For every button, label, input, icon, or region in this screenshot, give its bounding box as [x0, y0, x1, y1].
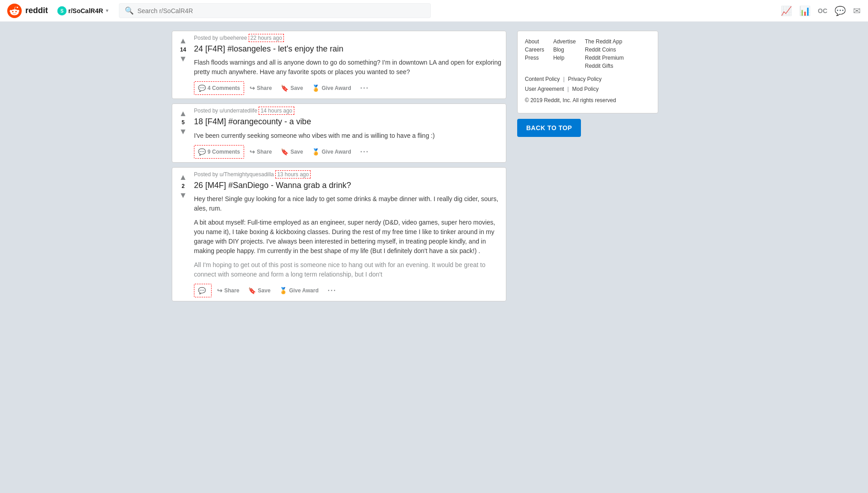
- post-actions: 💬 9 Comments ↪ Share 🔖 Save 🏅 Give Award…: [194, 145, 502, 159]
- post-body: Posted by u/beeheree 22 hours ago 24 [F4…: [194, 35, 502, 95]
- post-time: 13 hours ago: [275, 170, 311, 178]
- downvote-button[interactable]: ▼: [179, 127, 187, 136]
- post-time: 14 hours ago: [259, 107, 294, 115]
- subreddit-selector[interactable]: S r/SoCalR4R ▼: [53, 4, 113, 18]
- content-policy-link[interactable]: Content Policy: [525, 76, 560, 82]
- vote-column: ▲ 2 ▼: [176, 171, 190, 297]
- chevron-down-icon: ▼: [105, 8, 109, 13]
- post-title: 26 [M4F] #SanDiego - Wanna grab a drink?: [194, 180, 502, 191]
- sidebar-col-2: AdvertiseBlogHelp: [553, 38, 576, 69]
- reddit-logo-icon: [7, 4, 22, 18]
- sidebar-link[interactable]: Careers: [525, 47, 544, 53]
- award-icon: 🏅: [279, 287, 287, 294]
- award-label: Give Award: [321, 149, 351, 155]
- more-options-button[interactable]: ···: [324, 284, 340, 297]
- share-button[interactable]: ↪ Share: [246, 82, 275, 94]
- share-button[interactable]: ↪ Share: [246, 146, 275, 158]
- sidebar-link[interactable]: Help: [553, 55, 576, 61]
- share-label: Share: [224, 287, 239, 294]
- sidebar-policy-links: Content Policy | Privacy Policy User Agr…: [525, 75, 651, 94]
- post-text: All I'm hoping to get out of this post i…: [194, 260, 502, 279]
- downvote-button[interactable]: ▼: [179, 191, 187, 199]
- share-icon: ↪: [250, 85, 255, 92]
- post-body: Posted by u/Themightyquesadilla 13 hours…: [194, 171, 502, 297]
- save-label: Save: [258, 287, 270, 294]
- share-icon: ↪: [217, 287, 222, 294]
- post-author[interactable]: u/underratedlife: [220, 108, 257, 114]
- give-award-button[interactable]: 🏅 Give Award: [308, 82, 354, 94]
- sidebar-link[interactable]: Blog: [553, 47, 576, 53]
- pipe-separator: |: [563, 76, 566, 82]
- chart-icon[interactable]: 📊: [799, 5, 811, 16]
- vote-column: ▲ 14 ▼: [176, 35, 190, 95]
- post-actions: 💬 4 Comments ↪ Share 🔖 Save 🏅 Give Award…: [194, 81, 502, 95]
- chat-icon[interactable]: 💬: [835, 5, 846, 16]
- search-bar[interactable]: 🔍: [119, 3, 431, 18]
- upvote-button[interactable]: ▲: [179, 37, 187, 45]
- post-author[interactable]: u/Themightyquesadilla: [220, 171, 274, 178]
- logo-area[interactable]: reddit: [7, 4, 48, 18]
- award-label: Give Award: [289, 287, 318, 294]
- more-options-button[interactable]: ···: [357, 145, 373, 159]
- vote-count: 14: [180, 47, 186, 53]
- dots-icon: ···: [360, 148, 369, 156]
- pipe-separator: |: [567, 86, 570, 92]
- share-button[interactable]: ↪ Share: [213, 284, 243, 297]
- award-icon: 🏅: [312, 148, 320, 155]
- main-content: ▲ 14 ▼ Posted by u/beeheree 22 hours ago…: [172, 31, 506, 301]
- sidebar-policy-section: Content Policy | Privacy Policy User Agr…: [525, 75, 651, 106]
- sidebar-links: AboutCareersPressAdvertiseBlogHelpThe Re…: [525, 38, 651, 69]
- upvote-button[interactable]: ▲: [179, 109, 187, 117]
- post-author[interactable]: u/beeheree: [220, 35, 247, 41]
- save-button[interactable]: 🔖 Save: [277, 82, 307, 94]
- post-actions: 💬 ↪ Share 🔖 Save 🏅 Give Award ···: [194, 284, 502, 297]
- award-label: Give Award: [321, 85, 351, 91]
- mail-icon[interactable]: ✉: [853, 5, 861, 16]
- save-button[interactable]: 🔖 Save: [277, 146, 307, 158]
- reddit-wordmark: reddit: [25, 6, 48, 15]
- vote-column: ▲ 5 ▼: [176, 108, 190, 158]
- privacy-policy-link[interactable]: Privacy Policy: [568, 76, 602, 82]
- share-label: Share: [257, 85, 272, 91]
- oc-icon[interactable]: OC: [818, 7, 827, 14]
- back-to-top-button[interactable]: BACK TO TOP: [517, 119, 581, 137]
- downvote-button[interactable]: ▼: [179, 55, 187, 63]
- post-title: 18 [F4M] #orangecounty - a vibe: [194, 117, 502, 127]
- user-agreement-link[interactable]: User Agreement: [525, 86, 564, 92]
- comments-button[interactable]: 💬 9 Comments: [194, 145, 244, 159]
- post-text: Flash floods warnings and all is anyone …: [194, 58, 502, 77]
- sidebar-card: AboutCareersPressAdvertiseBlogHelpThe Re…: [517, 31, 658, 113]
- sidebar-link[interactable]: About: [525, 38, 544, 45]
- sidebar-link[interactable]: Advertise: [553, 38, 576, 45]
- vote-count: 5: [182, 119, 185, 126]
- upvote-button[interactable]: ▲: [179, 173, 187, 181]
- sidebar-link[interactable]: The Reddit App: [585, 38, 624, 45]
- sidebar-link[interactable]: Press: [525, 55, 544, 61]
- post-card[interactable]: ▲ 2 ▼ Posted by u/Themightyquesadilla 13…: [172, 167, 506, 301]
- comments-button[interactable]: 💬 4 Comments: [194, 81, 244, 95]
- post-card[interactable]: ▲ 5 ▼ Posted by u/underratedlife 14 hour…: [172, 103, 506, 162]
- subreddit-icon: S: [57, 6, 66, 15]
- share-label: Share: [257, 149, 272, 155]
- give-award-button[interactable]: 🏅 Give Award: [276, 284, 322, 297]
- subreddit-name: r/SoCalR4R: [68, 7, 103, 14]
- sidebar-link[interactable]: Reddit Coins: [585, 47, 624, 53]
- post-meta: Posted by u/beeheree 22 hours ago: [194, 35, 502, 41]
- comments-button[interactable]: 💬: [194, 284, 212, 297]
- post-meta: Posted by u/Themightyquesadilla 13 hours…: [194, 171, 502, 178]
- trending-icon[interactable]: 📈: [781, 5, 792, 16]
- award-icon: 🏅: [312, 85, 320, 92]
- mod-policy-link[interactable]: Mod Policy: [572, 86, 599, 92]
- post-text: I've been currently seeking someone who …: [194, 131, 502, 141]
- give-award-button[interactable]: 🏅 Give Award: [308, 146, 354, 158]
- post-body: Posted by u/underratedlife 14 hours ago …: [194, 108, 502, 158]
- save-label: Save: [290, 85, 303, 91]
- comment-icon: 💬: [198, 148, 206, 155]
- more-options-button[interactable]: ···: [357, 81, 373, 95]
- save-button[interactable]: 🔖 Save: [245, 284, 274, 297]
- search-input[interactable]: [137, 7, 425, 14]
- comment-icon: 💬: [198, 85, 206, 92]
- sidebar-link[interactable]: Reddit Premium: [585, 55, 624, 61]
- post-card[interactable]: ▲ 14 ▼ Posted by u/beeheree 22 hours ago…: [172, 31, 506, 99]
- sidebar-link[interactable]: Reddit Gifts: [585, 63, 624, 69]
